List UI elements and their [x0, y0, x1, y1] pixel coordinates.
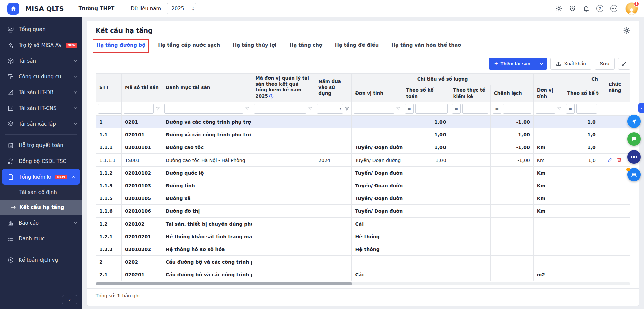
table-row[interactable]: 1.1.6 02010106 Đường đô thị Tuyến/ Đoạn … [96, 205, 630, 218]
sidebar-item-tai-san-ht-db[interactable]: Tài sản HT-ĐB [0, 84, 82, 100]
scrollbar-thumb[interactable] [96, 282, 352, 285]
cell-unit: Tuyến/ Đoạn đường [352, 192, 403, 205]
help-button[interactable]: ? [596, 5, 603, 12]
sidebar-item-dong-bo-csdl-tsc[interactable]: Đồng bộ CSDL TSC [0, 153, 82, 169]
table-row[interactable]: 1.1.2 02010102 Đường quốc lộ Tuyến/ Đoạn… [96, 167, 630, 179]
sidebar-item-danh-muc[interactable]: Danh mục [0, 231, 82, 246]
chevron-down-icon [74, 75, 77, 78]
filter-qty-book-input[interactable] [415, 104, 448, 114]
cell-value-book: 1,0 [564, 128, 599, 141]
sidebar-item-ke-toan-dich-vu[interactable]: Kế toán dịch vụ [0, 252, 82, 268]
cell-qty-actual [450, 230, 490, 243]
sidebar-item-ket-cau-ha-tang[interactable]: Kết cấu hạ tầng [0, 200, 82, 215]
table-row[interactable]: 1.1.1 02010101 Đường cao tốc Tuyến/ Đoạn… [96, 141, 630, 154]
sidebar-item-tai-san-xac-lap[interactable]: Tài sản xác lập [0, 116, 82, 132]
reminder-button[interactable] [569, 5, 576, 12]
tab-ha-tang-duong-bo[interactable]: Hạ tầng đường bộ [96, 40, 146, 53]
table-row[interactable]: 1.1 020101 Đường và các công trình phụ t… [96, 128, 630, 141]
info-icon[interactable] [269, 94, 274, 100]
sidebar-item-tai-san-ht-cns[interactable]: Tài sản HT-CNS [0, 100, 82, 116]
sidebar-item-tai-san[interactable]: Tài sản [0, 53, 82, 69]
table-row[interactable]: 1.1.1.1 TS001 Đường cao tốc Hà Nội - Hải… [96, 154, 630, 167]
equals-operator-button[interactable]: = [452, 104, 461, 114]
filter-stt-input[interactable] [98, 104, 122, 114]
table-row[interactable]: 1.1.3 02010103 Đường tỉnh Tuyến/ Đoạn đư… [96, 179, 630, 192]
export-button[interactable]: Xuất khẩu [550, 58, 591, 70]
table-row[interactable]: 2.1 020201 Cầu đường bộ và các công trìn… [96, 268, 630, 281]
right-panel-toggle[interactable]: › [638, 103, 644, 113]
more-button[interactable] [610, 5, 617, 12]
filter-year-dropdown[interactable]: ▾ [317, 104, 343, 114]
filter-funnel-icon[interactable] [155, 106, 160, 111]
filter-category-input[interactable] [164, 104, 243, 114]
filter-qty-actual-input[interactable] [462, 104, 488, 114]
chat-widget-button[interactable] [627, 132, 641, 146]
filter-funnel-icon[interactable] [396, 106, 401, 111]
org-name[interactable]: Trường THPT [79, 6, 115, 12]
tab-ha-tang-de-dieu[interactable]: Hạ tầng đê điều [334, 40, 379, 53]
cell-asset-code: 02010103 [122, 179, 162, 192]
cell-actions [599, 243, 630, 256]
expand-button[interactable] [618, 58, 630, 70]
equals-operator-button[interactable]: = [405, 104, 414, 114]
sidebar-item-tro-ly-so-misa-ava[interactable]: Trợ lý số MISA AVA NEW [0, 37, 82, 53]
cell-actions [599, 179, 630, 192]
filter-funnel-icon[interactable] [557, 106, 562, 111]
support-widget-button[interactable] [627, 115, 641, 128]
filter-unit-code-input[interactable] [254, 104, 306, 114]
delete-row-button[interactable] [617, 157, 622, 162]
record-count: 1 [117, 293, 120, 298]
table-row[interactable]: 2 0202 Cầu đường bộ và các công trình ph… [96, 256, 630, 268]
group-value: Ch [533, 74, 599, 85]
filter-asset-code-input[interactable] [124, 104, 154, 114]
tab-ha-tang-van-hoa-the-thao[interactable]: Hạ tầng văn hóa thể thao [391, 40, 462, 53]
table-row[interactable]: 1 0201 Đường và các công trình phụ trợ g… [96, 116, 630, 128]
equals-operator-button[interactable]: = [493, 104, 501, 114]
filter-funnel-icon[interactable] [345, 106, 349, 111]
filter-value-book-input[interactable] [576, 104, 597, 114]
group-widget-button[interactable] [627, 168, 641, 181]
tab-ha-tang-cap-nuoc-sach[interactable]: Hạ tầng cấp nước sạch [157, 40, 221, 53]
add-asset-dropdown-button[interactable] [536, 58, 547, 70]
filter-unit-input[interactable] [354, 104, 394, 114]
toolbar: + Thêm tài sản Xuất khẩu Sửa [87, 53, 639, 73]
community-widget-button[interactable] [627, 150, 641, 164]
spinner-down-icon[interactable]: ▾ [192, 9, 194, 11]
filter-qty-diff-input[interactable] [503, 104, 531, 114]
cell-qty-book [403, 205, 450, 218]
collapse-icon: ‹ [69, 297, 71, 303]
table-row[interactable]: 1.2.2 02010202 Hệ thống hồ sơ số hóa Hệ … [96, 243, 630, 256]
add-asset-button[interactable]: + Thêm tài sản [489, 58, 536, 70]
col-qty-diff: Chênh lệch [490, 85, 533, 102]
tab-ha-tang-thuy-loi[interactable]: Hạ tầng thủy lợi [232, 40, 277, 53]
cell-unit-2: Km [533, 167, 564, 179]
table-row[interactable]: 1.2.1 02010201 Hệ thống khảo sát tình tr… [96, 230, 630, 243]
table-row[interactable]: 1.1.5 02010105 Đường xã Tuyến/ Đoạn đườn… [96, 192, 630, 205]
edit-row-button[interactable] [607, 157, 613, 162]
edit-button[interactable]: Sửa [595, 58, 615, 70]
filter-funnel-icon[interactable] [308, 106, 313, 111]
sidebar-collapse-button[interactable]: ‹ [62, 295, 77, 304]
sidebar-item-tai-san-co-dinh[interactable]: Tài sản cố định [0, 185, 82, 200]
sidebar-item-tong-quan[interactable]: Tổng quan [0, 21, 82, 37]
filter-row: ▾ = = = = [96, 102, 630, 116]
sidebar-item-bao-cao[interactable]: Báo cáo [0, 215, 82, 231]
table-row[interactable]: 1.2 020102 Tài sản, thiết bị chuyên dùng… [96, 218, 630, 230]
settings-button[interactable] [555, 5, 562, 12]
table-settings-button[interactable] [623, 27, 630, 34]
cell-unit-2 [533, 218, 564, 230]
filter-funnel-icon[interactable] [245, 106, 250, 111]
cell-qty-diff [490, 218, 533, 230]
sidebar-item-cong-cu-dung-cu[interactable]: Công cụ dụng cụ [0, 69, 82, 84]
notifications-button[interactable] [583, 5, 590, 12]
tab-ha-tang-cho[interactable]: Hạ tầng chợ [289, 40, 323, 53]
filter-unit-2-input[interactable] [536, 104, 555, 114]
new-badge: NEW [66, 43, 77, 48]
sidebar-item-tong-kiem-ke[interactable]: Tổng kiểm kê NEW [2, 169, 80, 185]
person-icon [627, 7, 636, 15]
data-year-select[interactable]: 2025 ▴ ▾ [167, 3, 196, 14]
year-spinner[interactable]: ▴ ▾ [190, 3, 196, 14]
misa-logo[interactable] [7, 3, 19, 15]
equals-operator-button[interactable]: = [566, 104, 575, 114]
sidebar-item-ho-tro-quyet-toan[interactable]: Hỗ trợ quyết toán [0, 137, 82, 153]
